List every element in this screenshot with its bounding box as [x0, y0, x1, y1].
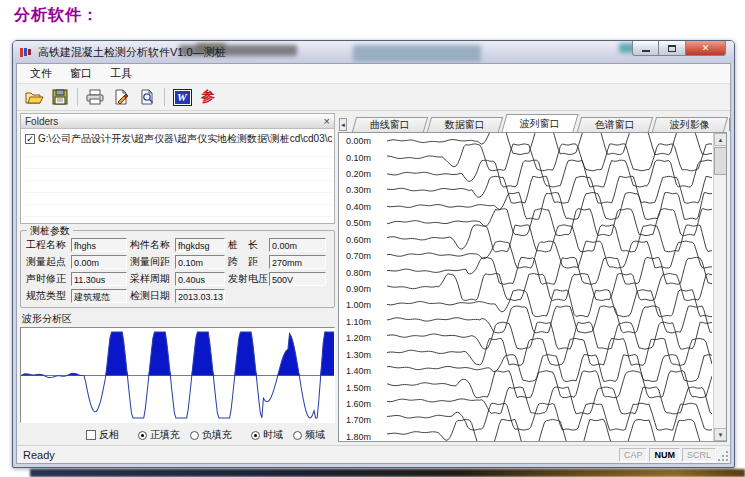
- fill-radio-option[interactable]: 负填充: [190, 428, 232, 442]
- waveform-list-panel: 0.00m0.10m0.20m0.30m0.40m0.50m0.60m0.70m…: [338, 132, 727, 442]
- tab-scroll-right-icon[interactable]: ►: [729, 118, 730, 131]
- page: 分析软件： 高铁建混凝土检测分析软件V1.0—测桩 ✕ 文件窗口工具: [0, 0, 745, 477]
- status-text: Ready: [23, 449, 55, 461]
- menu-item-窗口[interactable]: 窗口: [61, 64, 101, 83]
- tab-波列影像[interactable]: 波列影像: [652, 117, 728, 132]
- tab-数据窗口[interactable]: 数据窗口: [427, 117, 503, 132]
- close-button[interactable]: ✕: [686, 41, 726, 56]
- param-field[interactable]: fhgkdsg: [175, 238, 225, 252]
- menu-item-工具[interactable]: 工具: [101, 64, 141, 83]
- depth-label: 1.40m: [346, 366, 371, 376]
- folder-item[interactable]: ✓G:\公司产品设计开发\超声仪器\超声仪实地检测数据\测桩cd\cd03\cd…: [25, 132, 332, 145]
- tab-label: 波列影像: [670, 118, 710, 132]
- param-field[interactable]: 0.10m: [175, 255, 225, 269]
- folder-list-empty-row: [25, 169, 332, 181]
- page-title: 分析软件：: [14, 5, 99, 26]
- scrollbar-thumb[interactable]: [714, 147, 727, 175]
- folders-close-icon[interactable]: ×: [324, 116, 330, 126]
- left-panel: Folders × ✓G:\公司产品设计开发\超声仪器\超声仪实地检测数据\测桩…: [19, 113, 337, 443]
- tab-曲线窗口[interactable]: 曲线窗口: [352, 117, 428, 132]
- depth-label: 1.30m: [346, 350, 371, 360]
- wave-analysis-label: 波形分析区: [22, 312, 335, 326]
- menu-bar: 文件窗口工具: [17, 64, 730, 84]
- trace-row: [387, 306, 712, 333]
- menu-item-文件[interactable]: 文件: [21, 64, 61, 83]
- param-field[interactable]: 270mm: [269, 255, 326, 269]
- invert-label: 反相: [99, 428, 119, 442]
- tab-scroll-left-icon[interactable]: ◄: [339, 118, 347, 131]
- save-icon: [52, 89, 68, 105]
- tab-strip: ◄ 曲线窗口数据窗口波列窗口色谱窗口波列影像 ►: [337, 113, 728, 132]
- maximize-button[interactable]: [659, 41, 686, 56]
- window-title: 高铁建混凝土检测分析软件V1.0—测桩: [38, 45, 226, 60]
- word-export-button[interactable]: W: [169, 86, 195, 109]
- wave-analysis-plot: [20, 327, 335, 423]
- depth-label: 1.80m: [346, 432, 371, 442]
- param-label: 检测日期: [130, 289, 172, 303]
- folder-checkbox[interactable]: ✓: [25, 134, 35, 144]
- parameter-button[interactable]: 参: [195, 86, 221, 109]
- radio-icon: [138, 431, 147, 440]
- param-label: 测量起点: [26, 255, 68, 269]
- title-bar[interactable]: 高铁建混凝土检测分析软件V1.0—测桩 ✕: [13, 41, 734, 63]
- radio-icon: [293, 431, 302, 440]
- radio-label: 时域: [263, 428, 283, 442]
- open-file-button[interactable]: [21, 86, 47, 109]
- folder-list-empty-row: [25, 193, 332, 205]
- param-field[interactable]: 11.30us: [71, 272, 127, 286]
- folders-panel: Folders × ✓G:\公司产品设计开发\超声仪器\超声仪实地检测数据\测桩…: [20, 113, 335, 224]
- print-preview-button[interactable]: [134, 86, 160, 109]
- param-field[interactable]: 0.00m: [269, 238, 326, 252]
- tab-色谱窗口[interactable]: 色谱窗口: [577, 117, 653, 132]
- param-spacer: [228, 289, 266, 303]
- params-grid: 工程名称fhghs构件名称fhgkdsg桩 长0.00m测量起点0.00m测量间…: [26, 238, 329, 303]
- scroll-down-icon[interactable]: ▼: [714, 428, 727, 441]
- display-options-row: 反相正填充负填充时域频域: [86, 428, 335, 442]
- param-label: 构件名称: [130, 238, 172, 252]
- param-field[interactable]: 500V: [269, 272, 326, 286]
- depth-label: 1.00m: [346, 300, 371, 310]
- depth-label: 0.80m: [346, 268, 371, 278]
- folder-list-empty-row: [25, 181, 332, 193]
- param-spacer: [269, 289, 326, 303]
- print-setup-button[interactable]: [108, 86, 134, 109]
- print-button[interactable]: [82, 86, 108, 109]
- fill-radio-selected[interactable]: 正填充: [138, 428, 180, 442]
- minimize-button[interactable]: [632, 41, 659, 56]
- trace-row: [387, 371, 712, 398]
- param-field[interactable]: 0.00m: [71, 255, 127, 269]
- radio-label: 正填充: [150, 428, 180, 442]
- domain-radio-option[interactable]: 频域: [293, 428, 325, 442]
- tab-label: 数据窗口: [445, 118, 485, 132]
- param-label: 采样周期: [130, 272, 172, 286]
- tab-波列窗口[interactable]: 波列窗口: [501, 114, 578, 132]
- folder-list-empty-row: [25, 217, 332, 223]
- scroll-up-icon[interactable]: ▲: [714, 133, 727, 146]
- save-button[interactable]: [47, 86, 73, 109]
- status-indicator-cap: CAP: [619, 448, 648, 462]
- resize-grip[interactable]: [717, 450, 729, 462]
- param-label: 声时修正: [26, 272, 68, 286]
- trace-row: [387, 274, 712, 301]
- depth-label: 1.50m: [346, 383, 371, 393]
- tab-label: 波列窗口: [520, 117, 560, 131]
- status-bar: Ready CAPNUMSCRL: [17, 445, 730, 463]
- analysis-waveform: [21, 328, 334, 422]
- domain-radio-selected[interactable]: 时域: [251, 428, 283, 442]
- toolbar-separator: [77, 88, 78, 106]
- depth-label: 0.00m: [346, 136, 371, 146]
- invert-checkbox[interactable]: 反相: [86, 428, 119, 442]
- param-field[interactable]: 2013.03.13: [175, 289, 225, 303]
- trace-row: [387, 387, 712, 414]
- param-field[interactable]: fhghs: [71, 238, 127, 252]
- status-indicator-num: NUM: [649, 448, 680, 462]
- main-area: Folders × ✓G:\公司产品设计开发\超声仪器\超声仪实地检测数据\测桩…: [17, 111, 730, 445]
- param-field[interactable]: 建筑规范: [71, 289, 127, 303]
- depth-label: 0.40m: [346, 202, 371, 212]
- vertical-scrollbar[interactable]: ▲ ▼: [713, 133, 726, 441]
- radio-icon: [190, 431, 199, 440]
- depth-label: 1.20m: [346, 333, 371, 343]
- status-indicator-scrl: SCRL: [682, 448, 716, 462]
- param-field[interactable]: 0.40us: [175, 272, 225, 286]
- print-preview-icon: [139, 89, 155, 105]
